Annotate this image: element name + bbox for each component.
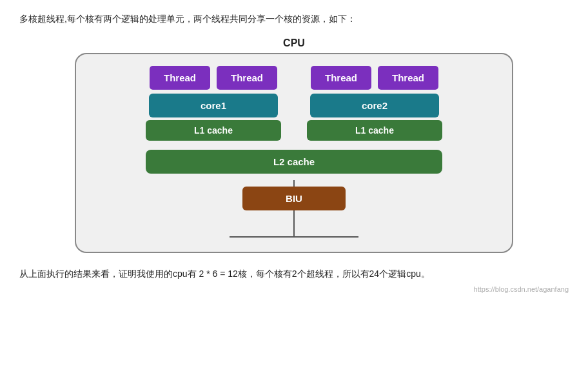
biu-line-bottom [293,210,295,236]
cpu-label: CPU [283,37,305,49]
bottom-line [230,236,358,238]
cores-row: Thread Thread core1 L1 cache Thread Thre… [95,66,493,141]
cpu-diagram: CPU Thread Thread core1 L1 cache Thread … [19,37,569,253]
watermark: https://blog.csdn.net/aganfang [19,285,569,293]
core1-unit: Thread Thread core1 L1 cache [146,66,281,141]
core2-threads-row: Thread Thread [311,66,438,90]
core2-unit: Thread Thread core2 L1 cache [307,66,442,141]
core2-box: core2 [310,94,439,117]
core2-l1cache: L1 cache [307,120,442,141]
l2cache-box: L2 cache [146,150,442,174]
bottom-text: 从上面执行的结果来看，证明我使用的cpu有 2 * 6 = 12核，每个核有2个… [19,266,569,282]
core2-thread1: Thread [311,66,371,90]
core1-thread2: Thread [217,66,277,90]
biu-box: BIU [242,187,346,210]
biu-wrapper: BIU [230,180,358,238]
intro-text: 多核超线程,每个核有两个逻辑的处理单元，两个线程共同分享一个核的资源，如下： [19,12,569,26]
core1-thread1: Thread [150,66,210,90]
core1-threads-row: Thread Thread [150,66,277,90]
core1-box: core1 [149,94,278,117]
cpu-box: Thread Thread core1 L1 cache Thread Thre… [75,53,513,253]
biu-line-top [293,180,295,187]
core1-l1cache: L1 cache [146,120,281,141]
core2-thread2: Thread [378,66,438,90]
